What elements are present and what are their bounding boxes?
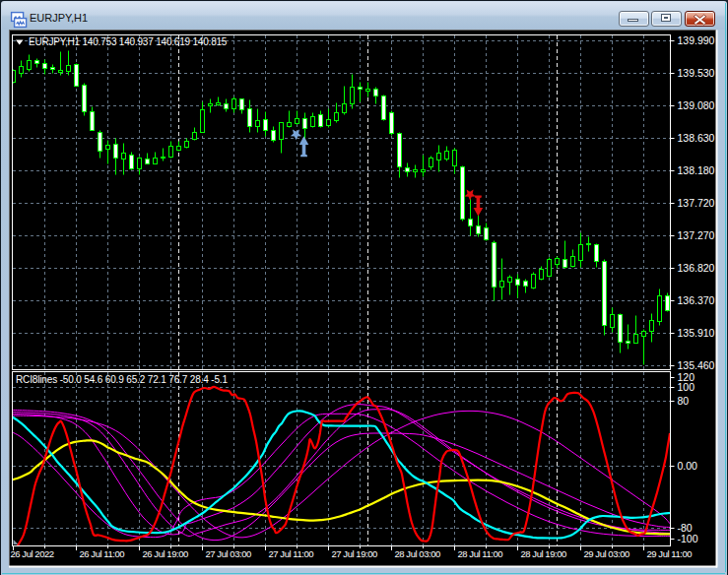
svg-text:29 Jul 03:00: 29 Jul 03:00 xyxy=(584,548,630,559)
svg-text:27 Jul 19:00: 27 Jul 19:00 xyxy=(332,548,378,559)
svg-text:27 Jul 03:00: 27 Jul 03:00 xyxy=(206,548,252,559)
svg-text:136.820: 136.820 xyxy=(678,262,715,274)
svg-text:26 Jul 2022: 26 Jul 2022 xyxy=(11,548,54,559)
svg-text:137.270: 137.270 xyxy=(678,229,715,241)
svg-text:27 Jul 11:00: 27 Jul 11:00 xyxy=(269,548,314,559)
svg-text:139.530: 139.530 xyxy=(678,67,715,79)
svg-text:0.00: 0.00 xyxy=(678,460,698,472)
svg-text:137.720: 137.720 xyxy=(678,197,715,209)
svg-text:26 Jul 19:00: 26 Jul 19:00 xyxy=(143,548,189,559)
svg-text:26 Jul 11:00: 26 Jul 11:00 xyxy=(80,548,125,559)
svg-text:138.630: 138.630 xyxy=(678,132,715,144)
svg-text:29 Jul 11:00: 29 Jul 11:00 xyxy=(647,548,693,559)
svg-text:139.080: 139.080 xyxy=(678,99,715,111)
svg-text:80: 80 xyxy=(678,395,690,407)
svg-text:139.990: 139.990 xyxy=(678,34,715,46)
svg-text:136.370: 136.370 xyxy=(678,294,715,306)
svg-text:28 Jul 03:00: 28 Jul 03:00 xyxy=(395,548,441,559)
svg-text:-100: -100 xyxy=(678,533,698,544)
svg-text:EURJPY,H1 140.753 140.937 140.: EURJPY,H1 140.753 140.937 140.619 140.81… xyxy=(29,36,228,47)
svg-text:RCI8lines -50.0 54.6 60.9 65.2: RCI8lines -50.0 54.6 60.9 65.2 72.1 76.7… xyxy=(16,374,228,385)
svg-text:138.180: 138.180 xyxy=(678,164,715,176)
svg-text:28 Jul 19:00: 28 Jul 19:00 xyxy=(521,548,567,559)
svg-text:135.910: 135.910 xyxy=(678,327,715,339)
svg-text:28 Jul 11:00: 28 Jul 11:00 xyxy=(458,548,503,559)
svg-text:100: 100 xyxy=(678,381,695,393)
svg-text:135.460: 135.460 xyxy=(678,359,715,371)
